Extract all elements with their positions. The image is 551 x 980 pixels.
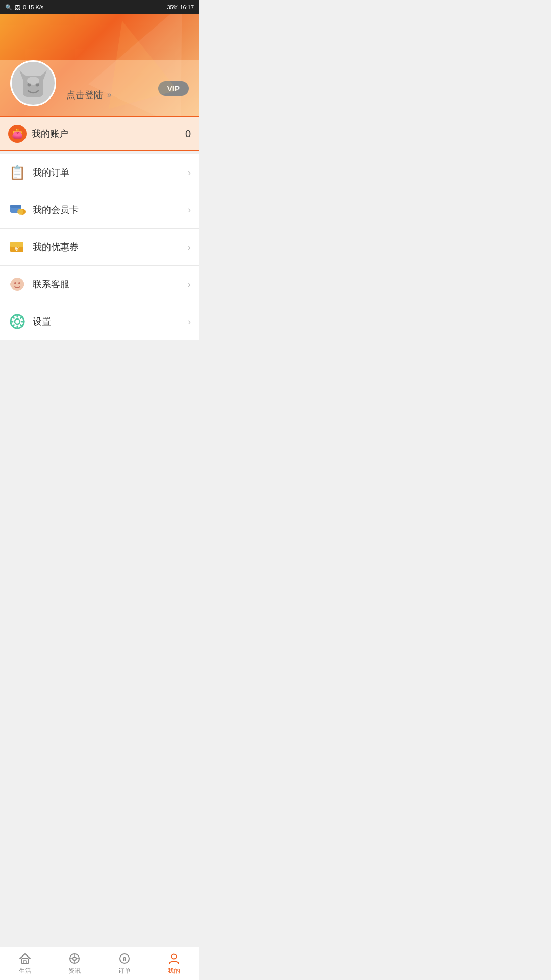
svg-point-17 bbox=[21, 282, 24, 286]
empty-space bbox=[0, 340, 199, 391]
membership-icon bbox=[8, 201, 27, 219]
battery-text: 35% bbox=[167, 4, 178, 10]
login-area[interactable]: 点击登陆 » bbox=[66, 89, 112, 101]
account-label: 我的账户 bbox=[32, 128, 68, 140]
coupons-icon: % bbox=[8, 238, 27, 256]
login-chevron: » bbox=[107, 90, 112, 100]
search-icon: 🔍 bbox=[5, 4, 12, 11]
svg-point-16 bbox=[10, 282, 13, 286]
menu-item-orders-left: 📋 我的订单 bbox=[8, 163, 69, 182]
coupons-chevron: › bbox=[188, 242, 191, 253]
account-section[interactable]: 👛 我的账户 0 bbox=[0, 116, 199, 151]
support-icon bbox=[8, 275, 27, 293]
settings-label: 设置 bbox=[33, 315, 51, 328]
image-icon: 🖼 bbox=[15, 4, 20, 10]
membership-chevron: › bbox=[188, 205, 191, 215]
wallet-icon: 👛 bbox=[12, 128, 23, 139]
menu-item-coupons[interactable]: % 我的优惠券 › bbox=[0, 229, 199, 266]
time-text: 16:17 bbox=[180, 4, 194, 10]
menu-item-membership-left: 我的会员卡 bbox=[8, 201, 79, 219]
status-right: 35% 16:17 bbox=[167, 4, 194, 10]
svg-point-14 bbox=[14, 282, 16, 284]
membership-label: 我的会员卡 bbox=[33, 204, 79, 216]
svg-line-26 bbox=[21, 317, 22, 318]
support-chevron: › bbox=[188, 279, 191, 290]
orders-icon: 📋 bbox=[8, 163, 27, 182]
account-icon-wrap: 👛 bbox=[8, 125, 27, 143]
menu-item-membership[interactable]: 我的会员卡 › bbox=[0, 191, 199, 229]
svg-rect-7 bbox=[10, 205, 21, 208]
menu-item-settings[interactable]: 设置 › bbox=[0, 303, 199, 340]
profile-content: 点击登陆 » VIP bbox=[0, 60, 199, 116]
menu-item-support-left: 联系客服 bbox=[8, 275, 69, 293]
avatar-image bbox=[15, 65, 51, 101]
account-left: 👛 我的账户 bbox=[8, 125, 68, 143]
vip-button[interactable]: VIP bbox=[158, 81, 189, 96]
svg-text:%: % bbox=[15, 247, 20, 252]
profile-header: 点击登陆 » VIP bbox=[0, 14, 199, 116]
svg-line-24 bbox=[13, 317, 14, 318]
support-label: 联系客服 bbox=[33, 278, 69, 290]
menu-item-orders[interactable]: 📋 我的订单 › bbox=[0, 154, 199, 191]
orders-chevron: › bbox=[188, 167, 191, 178]
svg-point-15 bbox=[18, 282, 20, 284]
login-text: 点击登陆 bbox=[66, 89, 103, 101]
status-bar: 🔍 🖼 0.15 K/s 35% 16:17 bbox=[0, 0, 199, 14]
menu-item-settings-left: 设置 bbox=[8, 312, 51, 331]
menu-item-coupons-left: % 我的优惠券 bbox=[8, 238, 79, 256]
account-value: 0 bbox=[185, 128, 191, 140]
settings-chevron: › bbox=[188, 316, 191, 327]
orders-label: 我的订单 bbox=[33, 166, 69, 179]
coupons-label: 我的优惠券 bbox=[33, 241, 79, 253]
svg-point-5 bbox=[27, 77, 39, 85]
menu-list: 📋 我的订单 › 我的会员卡 › bbox=[0, 154, 199, 340]
menu-item-support[interactable]: 联系客服 › bbox=[0, 266, 199, 303]
svg-line-25 bbox=[21, 325, 22, 327]
svg-line-27 bbox=[13, 325, 14, 327]
svg-point-9 bbox=[17, 209, 23, 215]
speed-text: 0.15 K/s bbox=[23, 4, 43, 10]
settings-icon bbox=[8, 312, 27, 331]
avatar[interactable] bbox=[10, 60, 56, 106]
status-left: 🔍 🖼 0.15 K/s bbox=[5, 4, 43, 11]
svg-point-19 bbox=[15, 319, 20, 324]
